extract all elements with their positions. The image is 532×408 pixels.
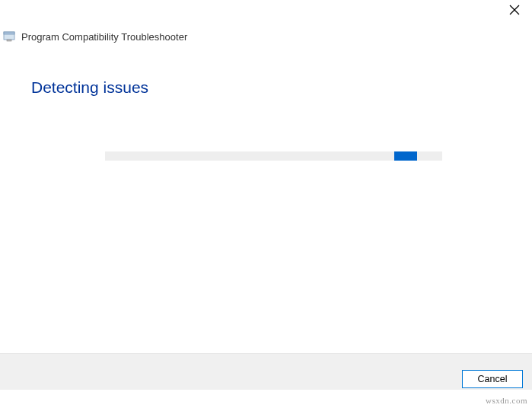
close-icon xyxy=(509,5,520,18)
svg-rect-3 xyxy=(4,32,14,34)
page-heading: Detecting issues xyxy=(31,78,148,97)
progress-indicator xyxy=(394,151,417,161)
troubleshooter-icon xyxy=(3,30,15,43)
svg-rect-4 xyxy=(7,40,11,41)
footer-bar xyxy=(0,353,532,390)
window-title: Program Compatibility Troubleshooter xyxy=(21,31,187,43)
cancel-button[interactable]: Cancel xyxy=(462,370,523,388)
close-button[interactable] xyxy=(508,5,521,18)
cancel-button-label: Cancel xyxy=(478,374,508,384)
watermark-text: wsxdn.com xyxy=(486,396,527,405)
title-bar: Program Compatibility Troubleshooter xyxy=(3,30,187,43)
progress-bar xyxy=(105,151,442,161)
